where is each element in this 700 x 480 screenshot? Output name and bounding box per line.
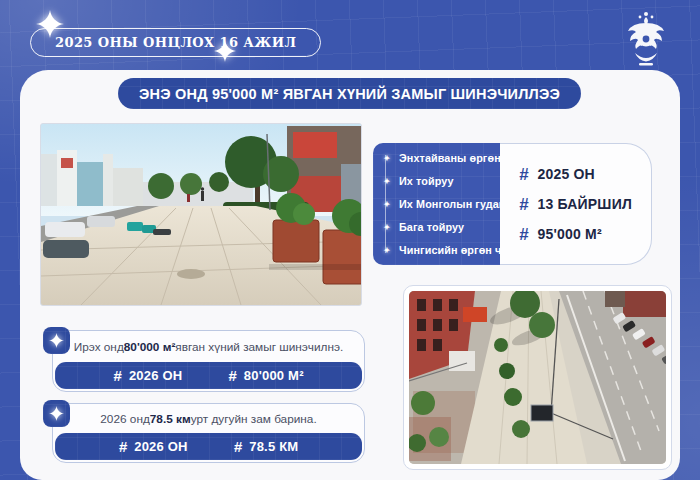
plan-text: 2026 онд 78.5 км урт дугуйн зам барина.	[53, 404, 364, 433]
street-name: Их Монголын гудамж	[399, 198, 515, 210]
sparkle-bullet-icon: ✦	[380, 223, 394, 232]
street-name: Их тойруу	[399, 175, 454, 187]
sparkle-icon	[214, 40, 236, 62]
street-name: Бага тойруу	[399, 221, 464, 233]
hashtag-icon: #	[119, 439, 128, 454]
hashtag-icon: #	[519, 196, 528, 213]
plan-text-highlight: 78.5 км	[150, 412, 191, 426]
city-emblem-icon	[622, 11, 670, 69]
sparkle-corner-badge	[43, 327, 70, 354]
chip-label: 78.5 КМ	[249, 439, 298, 454]
plan-stats-bar: # 2026 ОН # 80'000 М²	[55, 362, 362, 389]
streets-panel: ✦Энхтайваны өргөн чөлөө ✦Их тойруу ✦Их М…	[373, 143, 500, 265]
list-item: ✦Энхтайваны өргөн чөлөө	[399, 152, 496, 164]
sparkle-bullet-icon: ✦	[380, 154, 394, 163]
stat-chip: # 78.5 КМ	[234, 439, 299, 454]
aerial-photo-frame	[403, 285, 672, 470]
sparkle-icon	[36, 10, 64, 38]
sparkle-icon	[49, 406, 64, 421]
hashtag-icon: #	[228, 368, 237, 383]
title-banner: ЭНЭ ОНД 95'000 М² ЯВГАН ХҮНИЙ ЗАМЫГ ШИНЭ…	[118, 78, 581, 109]
streets-list: ✦Энхтайваны өргөн чөлөө ✦Их тойруу ✦Их М…	[373, 143, 500, 265]
list-item: ✦Их Монголын гудамж	[399, 198, 496, 210]
chip-label: 2026 ОН	[134, 439, 187, 454]
infographic-poster: 2025 ОНЫ ОНЦЛОХ 16 АЖИЛ ЭНЭ ОНД 95'000 М…	[0, 0, 700, 480]
hashtag-icon: #	[519, 166, 528, 183]
list-item: ✦Чингисийн өргөн чөлөө	[399, 244, 496, 256]
hashtag-icon: #	[234, 439, 243, 454]
stat-value: 95'000 М²	[537, 226, 601, 242]
plan-text-suffix: явган хүний замыг шинэчилнэ.	[175, 340, 343, 354]
stat-row: # 2025 ОН	[519, 166, 651, 183]
aerial-photo-illustration	[409, 291, 666, 464]
page-title: ЭНЭ ОНД 95'000 М² ЯВГАН ХҮНИЙ ЗАМЫГ ШИНЭ…	[139, 86, 560, 102]
content-card: ЭНЭ ОНД 95'000 М² ЯВГАН ХҮНИЙ ЗАМЫГ ШИНЭ…	[20, 70, 680, 480]
hashtag-icon: #	[519, 226, 528, 243]
plan-text-prefix: Ирэх онд	[74, 340, 124, 354]
list-item: ✦Их тойруу	[399, 175, 496, 187]
stat-value: 13 БАЙРШИЛ	[537, 196, 631, 212]
hashtag-icon: #	[113, 368, 122, 383]
aerial-photo	[409, 291, 666, 464]
chip-label: 80'000 М²	[244, 368, 304, 383]
chip-label: 2026 ОН	[129, 368, 182, 383]
stat-chip: # 2026 ОН	[119, 439, 188, 454]
sparkle-icon	[49, 333, 64, 348]
stat-value: 2025 ОН	[537, 166, 594, 182]
year-badge: 2025 ОНЫ ОНЦЛОХ 16 АЖИЛ	[30, 28, 321, 57]
year-badge-label: 2025 ОНЫ ОНЦЛОХ 16 АЖИЛ	[55, 35, 296, 50]
plan-text-highlight: 80'000 м²	[124, 340, 176, 354]
plan-text-suffix: урт дугуйн зам барина.	[191, 412, 317, 426]
sparkle-bullet-icon: ✦	[380, 200, 394, 209]
list-item: ✦Бага тойруу	[399, 221, 496, 233]
sparkle-bullet-icon: ✦	[380, 246, 394, 255]
plan-box-sidewalk: Ирэх онд 80'000 м² явган хүний замыг шин…	[52, 330, 365, 392]
stat-chip: # 2026 ОН	[113, 368, 182, 383]
street-photo	[40, 123, 362, 306]
plan-text: Ирэх онд 80'000 м² явган хүний замыг шин…	[53, 331, 364, 362]
street-photo-illustration	[41, 124, 361, 305]
stats-panel: # 2025 ОН # 13 БАЙРШИЛ # 95'000 М²	[500, 143, 652, 265]
plan-stats-bar: # 2026 ОН # 78.5 КМ	[55, 433, 362, 460]
sparkle-bullet-icon: ✦	[380, 177, 394, 186]
stat-chip: # 80'000 М²	[228, 368, 303, 383]
sparkle-corner-badge	[43, 400, 70, 427]
stat-row: # 95'000 М²	[519, 226, 651, 243]
stat-row: # 13 БАЙРШИЛ	[519, 196, 651, 213]
plan-box-bikepath: 2026 онд 78.5 км урт дугуйн зам барина. …	[52, 403, 365, 463]
plan-text-prefix: 2026 онд	[100, 412, 149, 426]
